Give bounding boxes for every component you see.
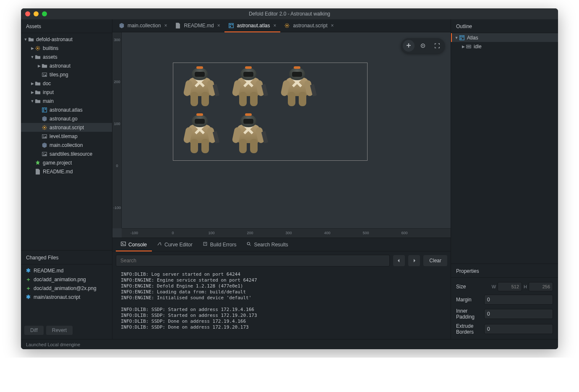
close-icon[interactable]: × [164,23,167,29]
svg-rect-5 [45,108,46,110]
canvas[interactable] [122,32,451,228]
tree-label: astronaut.go [50,116,78,122]
image-icon [41,71,48,78]
tree-row[interactable]: ▶input [21,88,112,97]
tree-row[interactable]: tiles.png [21,70,112,79]
tree-row-root[interactable]: ▼defold-astronaut [21,35,112,44]
console-prev-button[interactable] [393,255,405,266]
tree-row[interactable]: ▼main [21,97,112,105]
svg-rect-15 [230,26,231,27]
console-output[interactable]: INFO:DLIB: Log server started on port 64… [112,270,451,339]
tree-row[interactable]: astronaut.go [21,114,112,123]
tree-row[interactable]: ▶builtins [21,44,112,52]
gear-icon [284,22,290,29]
editor-tab[interactable]: README.md× [171,19,224,32]
prop-inner-padding-input[interactable] [484,309,553,319]
editor-tab[interactable]: astronaut.atlas× [224,19,281,32]
outline-row[interactable]: ▼Atlas [451,33,558,42]
changed-files-list[interactable]: ✱README.md＋doc/add_animation.png＋doc/add… [21,264,112,323]
tree-row[interactable]: astronaut.atlas [21,105,112,114]
svg-rect-12 [229,24,234,28]
atlas-sprite[interactable] [183,66,216,108]
editor-tabbar: main.collection×README.md×astronaut.atla… [112,19,451,32]
svg-point-9 [43,136,44,136]
tree-row[interactable]: ▶doc [21,79,112,88]
svg-rect-14 [232,24,233,26]
tree-row[interactable]: ▼assets [21,52,112,61]
svg-rect-25 [461,38,462,39]
bottom-tabbar: ConsoleCurve EditorBuild ErrorsSearch Re… [112,238,451,251]
changed-file-row[interactable]: ＋doc/add_animation@2x.png [21,284,112,293]
bottom-tab-label: Console [128,242,147,248]
bottom-tab-search[interactable]: Search Results [241,238,293,251]
changed-file-label: doc/add_animation.png [34,277,86,282]
minimize-window-button[interactable] [34,11,39,16]
prop-height-input[interactable] [529,282,553,291]
plus-icon: ＋ [25,277,31,282]
outline-row[interactable]: ▶idle [451,42,558,51]
close-icon[interactable]: × [217,23,220,29]
editor-tab[interactable]: astronaut.script× [280,19,338,32]
close-window-button[interactable] [25,11,30,16]
tree-row[interactable]: README.md [21,167,112,176]
search-icon [246,241,251,248]
tree-label: builtins [43,45,58,51]
prop-extrude-input[interactable] [484,324,553,334]
atlas-sprite[interactable] [232,113,265,155]
svg-rect-29 [469,46,470,47]
bottom-tab-console[interactable]: Console [116,238,152,251]
frame-tool-button[interactable] [431,40,443,52]
prop-width-input[interactable] [498,282,522,291]
svg-point-7 [44,127,45,128]
atlas-viewport[interactable]: 3002001000-100 -1000100200300400500600 [112,32,451,238]
rotate-tool-button[interactable] [417,40,429,52]
console-next-button[interactable] [408,255,420,266]
viewport-toolbar [401,38,445,53]
tree-label: astronaut [50,63,70,69]
tree-label: level.tilemap [50,133,78,139]
atlas-sprite[interactable] [280,66,314,108]
folder-icon [34,54,41,60]
ruler-tick: 100 [208,228,214,238]
close-icon[interactable]: × [331,23,334,29]
tree-label: assets [43,54,57,60]
diff-button[interactable]: Diff [24,326,44,335]
svg-point-16 [287,25,288,26]
changed-file-row[interactable]: ✱README.md [21,266,112,275]
svg-point-2 [43,74,44,75]
ruler-tick: 0 [172,228,174,238]
zoom-window-button[interactable] [42,11,47,16]
bottom-tab-errors[interactable]: Build Errors [198,238,242,251]
svg-point-21 [248,242,250,245]
changed-file-row[interactable]: ＋doc/add_animation.png [21,275,112,284]
star-icon: ✱ [25,294,31,300]
revert-button[interactable]: Revert [46,326,73,335]
tree-row[interactable]: level.tilemap [21,132,112,141]
ruler-tick: 100 [112,122,122,126]
console-search-input[interactable] [116,255,390,267]
outline-tree[interactable]: ▼Atlas▶idle [451,33,558,51]
assets-tree[interactable]: ▼defold-astronaut▶builtins▼assets▶astron… [21,33,112,250]
prop-margin-input[interactable] [484,295,553,305]
editor-tab[interactable]: main.collection× [115,19,171,32]
tree-label: sandtiles.tilesource [50,151,92,157]
tree-row[interactable]: astronaut.script [21,123,112,132]
prop-extrude-label: Extrude Borders [456,323,481,335]
atlas-sprite[interactable] [232,66,265,108]
curve-icon [157,241,162,248]
gear-icon [34,45,41,52]
bottom-tab-curve[interactable]: Curve Editor [152,238,198,251]
image-icon [41,151,48,157]
tree-row[interactable]: sandtiles.tilesource [21,149,112,158]
tree-row[interactable]: game.project [21,158,112,167]
assets-panel-title: Assets [21,19,112,33]
close-icon[interactable]: × [273,23,276,29]
tree-label: astronaut.script [50,125,84,131]
console-clear-button[interactable]: Clear [423,255,447,266]
prop-height-symbol: H [524,284,527,289]
tree-row[interactable]: ▶astronaut [21,61,112,70]
changed-file-row[interactable]: ✱main/astronaut.script [21,293,112,301]
pan-tool-button[interactable] [403,40,415,52]
tree-row[interactable]: main.collection [21,141,112,149]
atlas-sprite[interactable] [183,113,216,155]
